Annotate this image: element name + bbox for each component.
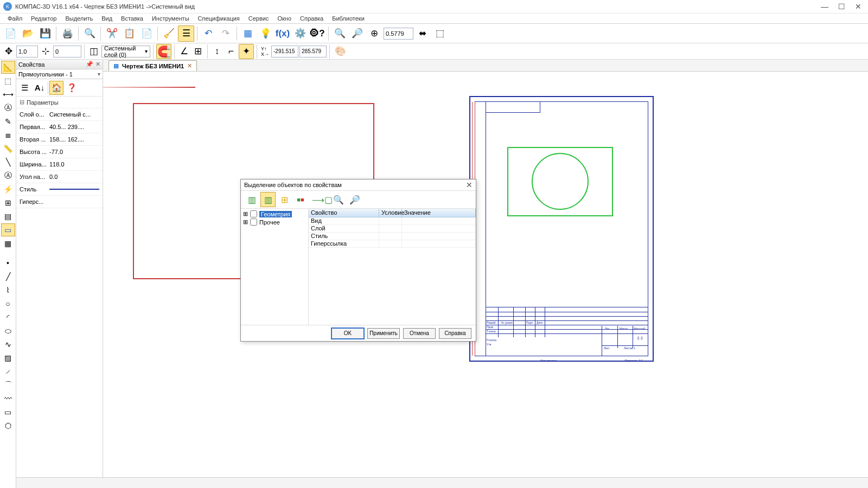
new-icon[interactable]: 📄: [2, 25, 18, 42]
prop-row-hyperlink[interactable]: Гиперс...: [16, 196, 103, 208]
arc-tool-icon[interactable]: ◜: [1, 311, 15, 324]
menu-window[interactable]: Окно: [273, 14, 296, 23]
preview-icon[interactable]: 🔍: [81, 25, 98, 42]
menu-view[interactable]: Вид: [97, 14, 117, 23]
tree-expand-icon[interactable]: ⊞: [243, 210, 248, 217]
paste-icon[interactable]: 📄: [138, 25, 155, 42]
menu-select[interactable]: Выделить: [61, 14, 97, 23]
properties-type-combo[interactable]: Прямоугольники - 1: [16, 69, 103, 79]
prop-btn-highlighted[interactable]: 🏠: [49, 81, 63, 95]
grid-row[interactable]: Вид: [309, 217, 476, 225]
parameters-header[interactable]: ⊟ Параметры: [16, 97, 103, 108]
grid-header-property[interactable]: Свойство: [309, 209, 379, 217]
eraser-icon[interactable]: 🧹: [161, 25, 177, 42]
dlg-btn-zoom2[interactable]: 🔎: [347, 192, 362, 207]
axis-icon[interactable]: ↕: [210, 45, 224, 58]
grid-row[interactable]: Слой: [309, 225, 476, 233]
scale-input[interactable]: [16, 46, 38, 57]
x-coord-input[interactable]: [271, 46, 298, 57]
tree-expand-icon[interactable]: ⊞: [243, 219, 248, 226]
point-tool-icon[interactable]: •: [1, 256, 15, 269]
open-icon[interactable]: 📂: [20, 25, 36, 42]
window-zoom-icon[interactable]: ⬚: [432, 25, 448, 42]
dialog-tree[interactable]: ⊞ Геометрия ⊞ Прочее: [241, 209, 309, 325]
coord-mode-icon[interactable]: ⊹: [39, 45, 52, 58]
prop-btn-help[interactable]: ❓: [65, 81, 79, 95]
zoom-fit-icon[interactable]: ⊕: [366, 25, 382, 42]
rect-tool-icon[interactable]: ▭: [1, 223, 15, 236]
print-icon[interactable]: 🖨️: [59, 25, 75, 42]
context-help-icon[interactable]: ⭗?: [309, 25, 326, 42]
prop-row-first[interactable]: Первая...40.5... 239....: [16, 121, 103, 133]
fx-icon[interactable]: f(x): [275, 25, 291, 42]
menu-edit[interactable]: Редактор: [27, 14, 61, 23]
panel-close-icon[interactable]: ✕: [95, 61, 100, 68]
offset-tool-icon[interactable]: 〰: [1, 392, 15, 405]
angle-icon[interactable]: ∠: [177, 45, 190, 58]
spec-mode-icon[interactable]: ▤: [1, 210, 15, 223]
zoom-input[interactable]: [384, 28, 413, 40]
dlg-btn-doc2[interactable]: ▥: [260, 192, 276, 207]
layers-icon[interactable]: ▦: [240, 25, 256, 42]
maximize-button[interactable]: ☐: [838, 2, 845, 11]
prop-btn-1[interactable]: ☰: [17, 81, 31, 95]
hatch-tool-icon[interactable]: ▨: [1, 351, 15, 364]
param-mode-icon[interactable]: ≣: [1, 129, 15, 142]
ortho-icon[interactable]: ⌐: [225, 45, 238, 58]
menu-tools[interactable]: Инструменты: [148, 14, 194, 23]
tree-checkbox[interactable]: [250, 210, 257, 217]
constraints-icon[interactable]: ⚙️: [292, 25, 308, 42]
snap-toggle-icon[interactable]: 🧲: [156, 44, 171, 59]
cancel-button[interactable]: Отмена: [403, 328, 436, 339]
close-button[interactable]: ✕: [855, 2, 861, 11]
grid-icon[interactable]: ⊞: [192, 45, 205, 58]
spline-tool-icon[interactable]: ∿: [1, 338, 15, 351]
text-mode-icon[interactable]: Ⓐ: [1, 101, 15, 114]
dlg-btn-target[interactable]: ⟶▢: [315, 192, 330, 207]
save-icon[interactable]: 💾: [37, 25, 53, 42]
pan-icon[interactable]: ⬌: [414, 25, 431, 42]
zoom-in-icon[interactable]: 🔍: [331, 25, 348, 42]
line-icon[interactable]: ╲: [1, 156, 15, 169]
undo-icon[interactable]: ↶: [200, 25, 216, 42]
help-button[interactable]: Справка: [439, 328, 471, 339]
measure-mode-icon[interactable]: 📏: [1, 142, 15, 155]
local-cs-icon[interactable]: ✦: [239, 44, 254, 59]
dlg-btn-add[interactable]: ⊞: [277, 192, 292, 207]
layer-combo[interactable]: Системный слой (0): [101, 46, 150, 57]
tree-item-geometry[interactable]: ⊞ Геометрия: [242, 210, 307, 218]
fillet-tool-icon[interactable]: ⌒: [1, 378, 15, 391]
document-tab[interactable]: ▦ Чертеж БЕЗ ИМЕНИ1 ✕: [108, 60, 197, 71]
zoom-out-icon[interactable]: 🔎: [349, 25, 365, 42]
prop-row-second[interactable]: Вторая ...158.... 162....: [16, 133, 103, 146]
compass-icon[interactable]: Ⓐ: [1, 169, 15, 182]
ok-button[interactable]: OK: [331, 328, 364, 339]
apply-button[interactable]: Применить: [367, 328, 400, 339]
coord-input2[interactable]: [53, 46, 81, 57]
y-coord-input[interactable]: [299, 46, 327, 57]
dimension-mode-icon[interactable]: ⟷: [1, 88, 15, 101]
prop-row-layer[interactable]: Слой о...Системный с...: [16, 108, 103, 121]
menu-libs[interactable]: Библиотеки: [328, 14, 369, 23]
dialog-close-icon[interactable]: ✕: [466, 181, 473, 189]
geometry-mode-icon[interactable]: 📐: [1, 61, 15, 74]
rect2-tool-icon[interactable]: ▭: [1, 406, 15, 419]
polygon-tool-icon[interactable]: ⬡: [1, 419, 15, 432]
dlg-btn-zoom1[interactable]: 🔍: [331, 192, 346, 207]
ellipse-tool-icon[interactable]: ⬭: [1, 324, 15, 337]
menu-spec[interactable]: Спецификация: [194, 14, 244, 23]
line-tool-icon[interactable]: ╱: [1, 270, 15, 283]
grid-row[interactable]: Стиль: [309, 233, 476, 240]
grid-header-value[interactable]: Значение: [402, 209, 476, 217]
prop-row-angle[interactable]: Угол на...0.0: [16, 171, 103, 183]
prop-row-height[interactable]: Высота ...-77.0: [16, 146, 103, 158]
prop-row-style[interactable]: Стиль: [16, 183, 103, 196]
prop-btn-2[interactable]: A↓: [33, 81, 47, 95]
minimize-button[interactable]: —: [821, 2, 828, 11]
menu-service[interactable]: Сервис: [244, 14, 273, 23]
drag-mode-icon[interactable]: ✥: [2, 45, 15, 58]
grid-header-condition[interactable]: Условие: [379, 209, 402, 217]
props-toggle-icon[interactable]: ☰: [178, 25, 194, 42]
prop-row-width[interactable]: Ширина...118.0: [16, 158, 103, 171]
dialog-titlebar[interactable]: Выделение объектов по свойствам ✕: [241, 179, 476, 190]
